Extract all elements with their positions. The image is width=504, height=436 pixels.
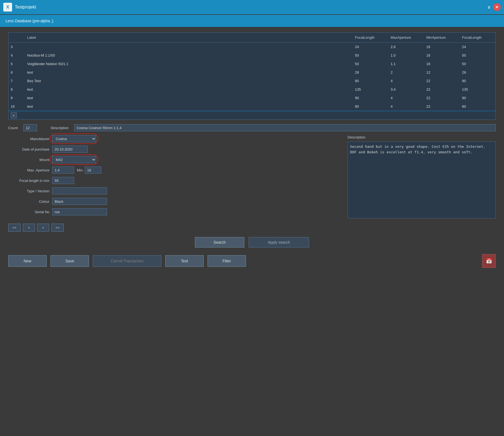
row-num: 6 xyxy=(9,69,25,76)
table-row[interactable]: 7 Bez.Test 90 4 22 90 xyxy=(9,77,495,85)
calendar-icon-button[interactable]: 📅 xyxy=(482,254,496,268)
row-label xyxy=(25,44,353,50)
row-num: 5 xyxy=(9,61,25,67)
table-row[interactable]: 4 Noctilux-M 1:1/50 50 1.0 16 50 xyxy=(9,51,495,60)
col-maxap: MaxAperture xyxy=(388,34,424,41)
colour-row: Colour xyxy=(8,198,342,205)
type-row: Type / Version xyxy=(8,187,342,195)
row-minap: 22 xyxy=(424,95,460,101)
row-focal2: 50 xyxy=(460,52,495,59)
row-focal2: 90 xyxy=(460,78,495,84)
colour-label: Colour xyxy=(8,199,52,204)
table-row[interactable]: 8 test 135 3.4 22 135 xyxy=(9,85,495,94)
row-maxap: 4 xyxy=(388,103,424,110)
desc-textarea[interactable]: Second hand but in a very good shape. Co… xyxy=(348,141,496,218)
next-button[interactable]: > xyxy=(37,224,49,232)
desc-section-label: Description xyxy=(348,135,496,139)
min-aperture-input[interactable] xyxy=(85,166,101,174)
test-button[interactable]: Test xyxy=(165,255,204,267)
row-focal: 135 xyxy=(353,86,388,93)
mount-row: Mount M42M39Leica MNikon FCanon EF xyxy=(8,156,342,163)
table-row[interactable]: 10 test 80 4 22 80 xyxy=(9,102,495,111)
row-label: Noctilux-M 1:1/50 xyxy=(25,52,353,59)
date-input[interactable] xyxy=(52,146,88,153)
save-button[interactable]: Save xyxy=(51,255,89,267)
row-num: 3 xyxy=(9,44,25,50)
close-button[interactable]: ✕ xyxy=(493,3,501,11)
row-focal: 90 xyxy=(353,78,388,84)
row-maxap: 1.1 xyxy=(388,61,424,67)
aperture-row: Max. Aperture Min. xyxy=(8,166,342,174)
manufacturer-select[interactable]: CosinaLeicaNikonCanonVoigtländer xyxy=(52,135,96,142)
table-add-button[interactable]: + xyxy=(11,112,17,118)
row-label: Bez.Test xyxy=(25,78,353,84)
prev-button[interactable]: < xyxy=(23,224,35,232)
row-minap: 16 xyxy=(424,52,460,59)
min-label: Min. xyxy=(77,168,84,172)
row-focal: 80 xyxy=(353,103,388,110)
row-num: 10 xyxy=(9,103,25,110)
col-focal: FocalLength xyxy=(353,34,388,41)
row-label: Voigtländer Nokton 50/1.1 xyxy=(25,61,353,67)
col-label: Label xyxy=(25,34,353,41)
count-label: Count xyxy=(8,126,18,130)
focal-input[interactable] xyxy=(52,177,74,184)
row-num: 7 xyxy=(9,78,25,84)
title-bar: X Testprojekt ∨ ✕ xyxy=(0,0,504,14)
row-focal: 90 xyxy=(353,95,388,101)
search-row: Search Apply search xyxy=(8,237,496,248)
count-desc-row: Count 12 Description Cosina Cosinon 55mm… xyxy=(8,124,496,131)
table-row[interactable]: 5 Voigtländer Nokton 50/1.1 50 1.1 16 50 xyxy=(9,60,495,68)
nav-buttons: << < > >> xyxy=(8,224,496,232)
row-label: test xyxy=(25,95,353,101)
row-minap: 22 xyxy=(424,78,460,84)
new-button[interactable]: New xyxy=(8,255,47,267)
type-input[interactable] xyxy=(52,187,107,195)
first-button[interactable]: << xyxy=(8,224,21,232)
cancel-transaction-button: Cancel Transaction xyxy=(93,255,161,267)
description-value-top: Cosina Cosinon 55mm 1:1.4 xyxy=(74,124,496,131)
type-label: Type / Version xyxy=(8,189,52,193)
row-maxap: 2 xyxy=(388,69,424,76)
app-title: Testprojekt xyxy=(15,5,36,10)
row-focal2: 28 xyxy=(460,69,495,76)
table-scroll-area[interactable]: 3 24 2.8 16 24 4 Noctilux-M 1:1/50 50 1.… xyxy=(9,43,495,111)
row-minap: 12 xyxy=(424,69,460,76)
search-button[interactable]: Search xyxy=(195,237,244,248)
row-focal2: 50 xyxy=(460,61,495,67)
filter-button[interactable]: Filter xyxy=(208,255,246,267)
row-focal2: 80 xyxy=(460,103,495,110)
chevron-down-icon[interactable]: ∨ xyxy=(487,4,491,10)
mount-oval: M42M39Leica MNikon FCanon EF xyxy=(52,156,96,163)
row-num: 8 xyxy=(9,86,25,93)
apply-search-button[interactable]: Apply search xyxy=(249,237,309,248)
app-icon: X xyxy=(3,3,12,12)
colour-input[interactable] xyxy=(52,198,107,205)
form-area: Manufaturer CosinaLeicaNikonCanonVoigtlä… xyxy=(8,135,496,219)
table-row[interactable]: 9 test 90 4 22 90 xyxy=(9,94,495,102)
lens-table-container: Label FocalLength MaxAperture MinApertur… xyxy=(8,32,496,120)
row-maxap: 2.8 xyxy=(388,44,424,50)
count-value: 12 xyxy=(23,124,37,131)
serial-input[interactable] xyxy=(52,208,107,215)
col-num xyxy=(9,34,25,41)
col-minap: MinAperture xyxy=(424,34,460,41)
mount-select[interactable]: M42M39Leica MNikon FCanon EF xyxy=(52,156,96,163)
max-aperture-label: Max. Aperture xyxy=(8,168,52,172)
row-num: 4 xyxy=(9,52,25,59)
focal-row: Focal length in mm xyxy=(8,177,342,184)
manufacturer-oval: CosinaLeicaNikonCanonVoigtländer xyxy=(52,135,96,142)
row-focal: 28 xyxy=(353,69,388,76)
serial-row: Serial No xyxy=(8,208,342,215)
row-maxap: 4 xyxy=(388,78,424,84)
row-maxap: 4 xyxy=(388,95,424,101)
subtitle-text: Lens Database (pre-alpha ;) xyxy=(5,19,53,23)
action-row: New Save Cancel Transaction Test Filter … xyxy=(8,254,496,268)
table-row[interactable]: 3 24 2.8 16 24 xyxy=(9,43,495,51)
row-focal: 50 xyxy=(353,61,388,67)
table-row[interactable]: 11 Cosina Cosinon 55mm 1:1.4 55 1.4 16 5… xyxy=(9,111,495,111)
max-aperture-input[interactable] xyxy=(52,166,74,174)
table-row[interactable]: 6 test 28 2 12 28 xyxy=(9,68,495,77)
last-button[interactable]: >> xyxy=(51,224,64,232)
calendar-icon: 📅 xyxy=(486,258,492,264)
